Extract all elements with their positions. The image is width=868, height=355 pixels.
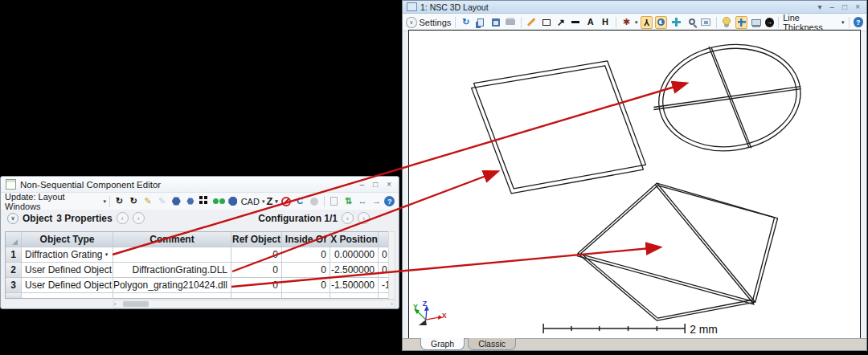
cell-x-position[interactable]: -1.500000 [330,278,379,293]
update-icon[interactable]: ↻ [113,195,126,208]
cell-comment[interactable]: DiffractionGrating.DLL [113,263,231,278]
nsc-3d-layout-window: 1: NSC 3D Layout ▾ – □ × ∨ Settings ↻ ↗ … [402,0,867,351]
polygon-object-icon[interactable] [227,195,240,208]
refresh-icon[interactable]: ↻ [460,16,472,29]
gray-circle-shape [310,198,318,206]
axis-glyph: Y [644,18,649,27]
disabled-circle-icon [308,195,321,208]
row-number[interactable]: 1 [6,247,22,263]
cell-ref-object[interactable]: 0 [231,263,282,278]
close-button[interactable]: × [384,181,394,189]
line-thickness-dropdown[interactable]: Line Thickness ▾ [783,13,844,32]
solid-object-icon[interactable] [170,195,182,208]
toolbar-separator [716,17,717,28]
horizontal-scrollbar[interactable]: ‹ › [113,300,395,308]
scale-label: 2 mm [690,323,718,336]
maximize-button[interactable]: □ [371,181,380,189]
cell-x-position[interactable]: -2.500000 [330,263,379,278]
monitor-icon[interactable] [750,16,762,29]
fit-view-toggle[interactable] [735,16,747,29]
grid-icon[interactable] [199,195,211,208]
halt-tool-icon[interactable]: H [599,16,611,29]
row-number[interactable]: 3 [6,278,22,293]
cell-ref-object[interactable]: 0 [231,278,282,293]
maximize-button[interactable]: □ [840,3,850,11]
line-tool-icon[interactable] [526,16,538,29]
cell-inside-of[interactable]: 0 [282,263,330,278]
help-icon[interactable]: ? [854,17,863,27]
prev-config-button[interactable]: ‹ [342,212,354,224]
copy-icon[interactable] [475,16,487,29]
prev-object-button[interactable]: ‹ [117,212,129,224]
text-tool-icon[interactable]: A [584,16,596,29]
octagon-shape [228,197,237,206]
detector-pair-icon[interactable] [212,195,225,208]
row-number-partial [6,293,22,298]
gauge-toggle[interactable] [655,16,667,29]
cell-object-type[interactable]: User Defined Object ▾ [22,263,113,278]
cell-comment[interactable] [113,247,231,263]
scroll-left-arrow[interactable]: ‹ [114,300,117,308]
green-dots-shape [213,198,219,204]
print-icon[interactable] [504,16,516,29]
edit-pencil-icon[interactable]: ✎ [141,195,154,208]
snapshot-icon[interactable] [699,16,711,29]
cell-x-position[interactable]: 0.000000 [330,247,379,263]
cell-inside-of[interactable]: 0 [282,247,330,263]
next-object-button[interactable]: › [133,212,145,224]
minimize-button[interactable]: – [828,3,837,11]
hexagon-small-shape [186,198,194,205]
stop-icon[interactable] [280,195,293,208]
orientation-axis-toggle[interactable]: Y [641,16,653,29]
object-chevron-icon[interactable]: ∨ [7,213,18,224]
layout-window-title: 1: NSC 3D Layout [420,2,489,12]
settings-chevron-icon[interactable]: ∨ [406,17,417,28]
lamp-icon[interactable] [721,16,733,29]
editor-titlebar[interactable]: Non-Sequential Component Editor – □ × [1,177,399,193]
scrollbar-thumb[interactable] [123,301,149,307]
cell-partial [113,293,231,298]
editor-window-icon [6,179,16,190]
minimize-button[interactable]: – [358,181,367,189]
tab-graph[interactable]: Graph [420,338,465,350]
axis-x-label: X [442,312,447,320]
arrow-tool-icon[interactable]: ↗ [555,16,567,29]
go-right-icon[interactable]: → [371,195,383,208]
close-button[interactable]: × [853,3,862,11]
toolbar-separator [109,196,110,207]
ray-trace-icon[interactable]: ✱ [620,16,633,29]
save-icon[interactable] [489,16,502,29]
cell-object-type[interactable]: Diffraction Grating ▾ [22,247,113,263]
cell-object-type[interactable]: User Defined Object ▾ [22,278,113,293]
curve-icon[interactable]: C [294,195,307,208]
cell-comment[interactable]: Polygon_grating210424.dll [113,278,231,293]
corner-header-cell[interactable] [6,232,22,247]
row-number[interactable]: 2 [6,263,22,278]
z-dropdown[interactable]: Z ▾ [266,195,277,207]
help-icon[interactable]: ? [384,196,395,206]
update-all-icon[interactable]: ↻ [128,195,141,208]
swap-rows-icon[interactable]: ⇅ [342,195,354,208]
dropdown-caret-icon[interactable]: ▾ [105,251,108,258]
update-dropdown[interactable]: Update: Layout Windows ▾ [5,192,106,211]
ray-trace-caret-icon[interactable]: ▾ [635,19,638,26]
page-icon[interactable] [328,195,341,208]
scroll-right-arrow[interactable]: › [391,300,393,308]
small-object-icon[interactable] [184,195,197,208]
move-columns-icon[interactable]: ↔ [356,195,369,208]
cad-dropdown[interactable]: CAD ▾ [241,197,265,206]
dash-tool-icon[interactable] [570,16,582,29]
settings-dropdown[interactable]: Settings [420,18,452,27]
next-config-button[interactable]: › [358,212,370,224]
window-menu-button[interactable]: ▾ [816,3,825,11]
vertical-scrollbar[interactable] [388,231,395,300]
zoom-icon[interactable] [685,16,697,29]
layout-canvas[interactable]: 2 mm Y Z X [409,31,860,338]
pan-icon[interactable] [669,16,682,29]
monitor-shape [751,19,761,26]
tab-classic[interactable]: Classic [468,338,516,350]
cell-ref-object[interactable]: 0 [231,247,282,263]
animation-clock-icon[interactable]: → [765,18,775,27]
cell-inside-of[interactable]: 0 [282,278,330,293]
rectangle-tool-icon[interactable] [540,16,552,29]
